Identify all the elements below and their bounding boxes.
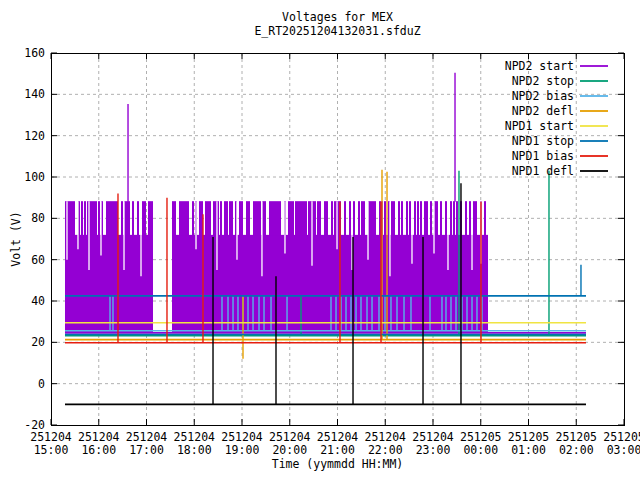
series-comb-bar: [361, 201, 363, 235]
series-comb-bar: [384, 201, 386, 235]
series-comb-bar: [436, 201, 438, 235]
series-comb-bar: [121, 201, 123, 235]
series-comb-bar: [303, 201, 305, 235]
series-comb-bar: [277, 201, 279, 235]
series-comb-bar: [417, 201, 419, 235]
x-axis-label: Time (yymmdd HH:MM): [35, 457, 640, 471]
x-tick-date: 251205: [603, 430, 640, 444]
series-comb-bar: [409, 201, 411, 235]
series-comb-bar: [301, 201, 303, 235]
series-comb-bar: [292, 201, 294, 235]
y-tick-label: 120: [24, 129, 45, 143]
series-comb-bar: [126, 201, 128, 235]
series-comb-bar: [275, 201, 277, 235]
series-comb-bar: [137, 201, 139, 235]
series-comb-bar: [179, 201, 181, 235]
series-comb-bar: [430, 201, 432, 235]
x-tick-time: 01:00: [511, 443, 546, 457]
series-comb-bar: [484, 201, 486, 235]
series-comb-bar: [324, 201, 326, 235]
series-comb-bar: [349, 201, 351, 235]
series-comb-bar: [226, 201, 228, 235]
series-comb-bar: [174, 201, 176, 235]
series-comb-bar: [253, 201, 255, 235]
series-comb-bar: [420, 201, 422, 235]
x-tick-time: 02:00: [559, 443, 594, 457]
series-comb-bar: [279, 201, 281, 235]
series-comb-bar: [142, 201, 144, 235]
series-comb-bar: [181, 201, 183, 235]
series-comb-bar: [69, 201, 71, 235]
series-comb-bar: [246, 201, 248, 235]
x-tick-time: 03:00: [607, 443, 640, 457]
series-comb-bar: [132, 201, 134, 235]
series-comb-bar: [440, 201, 442, 235]
series-comb-bar: [114, 201, 116, 235]
series-comb-bar: [299, 201, 301, 235]
series-comb-bar: [426, 201, 428, 235]
series-comb-bar: [353, 201, 355, 235]
x-tick-date: 251204: [173, 430, 215, 444]
series-comb-bar: [239, 201, 241, 235]
series-comb-bar: [172, 201, 174, 235]
y-tick-label: 100: [24, 170, 45, 184]
series-comb-bar: [271, 201, 273, 235]
x-tick-date: 251204: [364, 430, 406, 444]
x-tick-date: 251204: [412, 430, 454, 444]
series-comb-bar: [185, 201, 187, 235]
series-comb-bar: [475, 201, 477, 235]
chart-title: Voltages for MEX: [35, 10, 640, 24]
legend-label-npd1-start: NPD1 start: [505, 119, 574, 133]
x-tick-date: 251204: [221, 430, 263, 444]
y-tick-label: 140: [24, 87, 45, 101]
series-comb-bar: [98, 201, 100, 235]
series-comb-bar: [144, 201, 146, 235]
series-comb-bar: [71, 201, 73, 235]
x-tick-date: 251205: [555, 430, 597, 444]
series-comb-bar: [295, 201, 297, 235]
series-comb-bar: [450, 201, 452, 235]
series-comb-bar: [370, 201, 372, 235]
series-comb-bar: [424, 201, 426, 235]
series-comb-bar: [209, 201, 211, 235]
series-comb-bar: [213, 201, 215, 235]
series-comb-bar: [453, 201, 455, 235]
y-tick-label: 60: [31, 253, 45, 267]
y-tick-label: 80: [31, 211, 45, 225]
x-tick-time: 17:00: [129, 443, 164, 457]
x-tick-time: 22:00: [368, 443, 403, 457]
series-comb-bar: [372, 201, 374, 235]
x-tick-time: 20:00: [272, 443, 307, 457]
series-comb-bar: [108, 201, 110, 235]
series-block: [65, 235, 153, 332]
series-comb-bar: [290, 201, 292, 235]
x-tick-time: 23:00: [416, 443, 451, 457]
series-comb-bar: [255, 201, 257, 235]
series-comb-bar: [273, 201, 275, 235]
series-comb-bar: [187, 201, 189, 235]
x-tick-time: 21:00: [320, 443, 355, 457]
series-comb-bar: [398, 201, 400, 235]
legend-label-npd2-defl: NPD2 defl: [512, 104, 574, 118]
series-comb-bar: [106, 201, 108, 235]
series-comb-bar: [393, 201, 395, 235]
series-comb-bar: [257, 201, 259, 235]
series-comb-bar: [110, 201, 112, 235]
series-comb-bar: [199, 201, 201, 235]
series-comb-bar: [319, 201, 321, 235]
series-comb-bar: [148, 201, 150, 235]
series-comb-bar: [331, 201, 333, 235]
series-comb-bar: [259, 201, 261, 235]
x-tick-date: 251204: [317, 430, 359, 444]
series-comb-bar: [112, 201, 114, 235]
chart-subtitle: E_RT20251204132031.sfduZ: [35, 24, 640, 38]
series-comb-bar: [152, 201, 153, 235]
series-comb-bar: [73, 201, 75, 235]
x-tick-date: 251204: [126, 430, 168, 444]
series-comb-bar: [305, 201, 307, 235]
y-tick-label: 0: [38, 377, 45, 391]
series-comb-bar: [414, 201, 416, 235]
x-tick-time: 16:00: [81, 443, 116, 457]
series-comb-bar: [456, 201, 458, 235]
series-block: [172, 235, 488, 332]
